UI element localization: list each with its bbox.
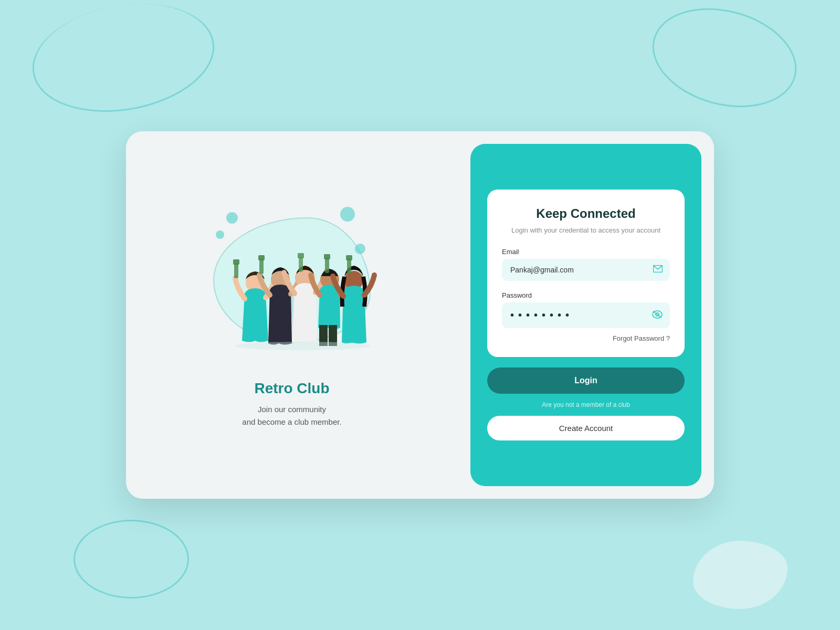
svg-point-19 — [234, 342, 371, 350]
create-account-button[interactable]: Create Account — [487, 416, 685, 440]
email-input-wrapper — [502, 259, 670, 281]
email-label: Email — [502, 248, 670, 256]
svg-rect-9 — [234, 264, 238, 278]
svg-rect-14 — [298, 253, 304, 258]
club-subtitle: Join our community and become a club mem… — [242, 403, 341, 428]
main-card: Retro Club Join our community and become… — [126, 131, 714, 499]
svg-line-23 — [653, 311, 662, 318]
email-icon — [653, 265, 663, 275]
divider-text: Are you not a member of a club — [538, 401, 634, 408]
svg-rect-15 — [325, 258, 329, 273]
bg-decoration-4 — [693, 541, 788, 609]
svg-rect-13 — [299, 257, 303, 272]
email-input[interactable] — [502, 259, 670, 281]
right-panel: Keep Connected Login with your credentia… — [470, 144, 701, 486]
password-toggle-icon[interactable] — [652, 310, 663, 321]
club-title: Retro Club — [254, 380, 329, 397]
left-panel: Retro Club Join our community and become… — [126, 131, 458, 499]
password-input-wrapper — [502, 302, 670, 328]
bg-decoration-3 — [74, 520, 189, 598]
svg-rect-16 — [324, 254, 330, 259]
bg-decoration-1 — [24, 0, 223, 125]
login-subtitle: Login with your credential to access you… — [502, 225, 670, 236]
svg-rect-17 — [347, 259, 351, 274]
bg-decoration-2 — [641, 0, 807, 122]
login-card: Keep Connected Login with your credentia… — [487, 190, 685, 358]
password-label: Password — [502, 291, 670, 299]
illustration-wrapper — [197, 202, 386, 370]
password-field-group: Password — [502, 291, 670, 328]
svg-rect-10 — [233, 259, 239, 265]
forgot-password-link[interactable]: Forgot Password ? — [502, 334, 670, 342]
login-title: Keep Connected — [502, 206, 670, 221]
password-input[interactable] — [502, 302, 670, 328]
people-illustration — [197, 202, 386, 370]
email-field-group: Email — [502, 248, 670, 281]
svg-rect-11 — [259, 259, 264, 274]
svg-rect-12 — [258, 255, 265, 260]
login-button[interactable]: Login — [487, 368, 685, 394]
svg-rect-18 — [346, 255, 352, 260]
